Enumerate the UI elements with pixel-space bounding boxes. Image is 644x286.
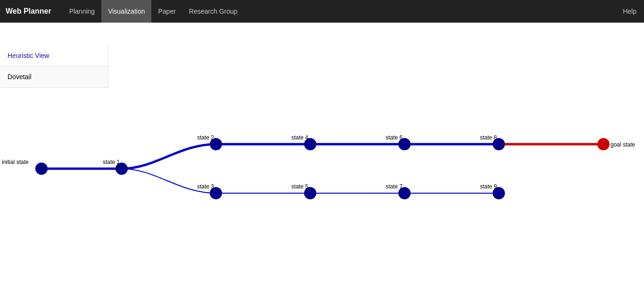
help-link[interactable]: Help <box>623 8 636 15</box>
nav-research-group[interactable]: Research Group <box>182 0 244 23</box>
app-brand: Web Planner <box>6 7 51 16</box>
navbar: Web Planner Planning Visualization Paper… <box>0 0 644 23</box>
nav-paper[interactable]: Paper <box>151 0 182 23</box>
nav-visualization[interactable]: Visualization <box>101 0 151 23</box>
nav-planning[interactable]: Planning <box>63 0 102 23</box>
